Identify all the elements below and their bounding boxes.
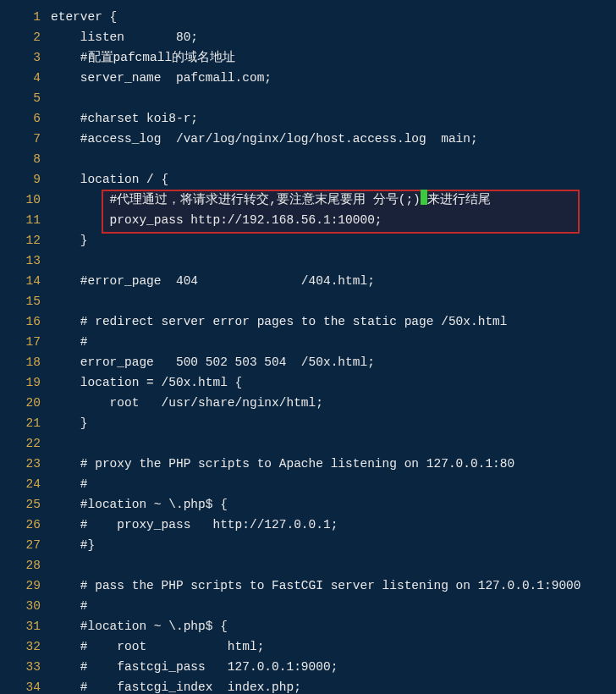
code-text: # proxy_pass http://127.0.0.1; <box>51 515 338 535</box>
line-number: 33 <box>0 657 51 677</box>
code-text: listen 80; <box>51 27 198 47</box>
line-number: 10 <box>0 190 51 210</box>
code-line[interactable]: 28 <box>0 555 616 576</box>
code-line[interactable]: 22 <box>0 433 616 454</box>
line-number: 29 <box>0 576 51 596</box>
code-text: #配置pafcmall的域名地址 <box>51 47 235 68</box>
line-number: 15 <box>0 291 51 311</box>
code-line[interactable]: 10 #代理通过，将请求进行转交,要注意末尾要用 分号(;)来进行结尾 <box>0 190 616 210</box>
code-line[interactable]: 23 # proxy the PHP scripts to Apache lis… <box>0 454 616 474</box>
line-number: 30 <box>0 596 51 616</box>
code-line[interactable]: 3 #配置pafcmall的域名地址 <box>0 47 616 68</box>
code-line[interactable]: 5 <box>0 88 616 108</box>
code-line[interactable]: 7 #access_log /var/log/nginx/log/host.ac… <box>0 129 616 149</box>
code-text: # proxy the PHP scripts to Apache listen… <box>51 454 514 474</box>
code-text: # redirect server error pages to the sta… <box>51 311 508 332</box>
code-text: } <box>51 230 88 251</box>
code-line[interactable]: 18 error_page 500 502 503 504 /50x.html; <box>0 352 616 372</box>
code-text: # <box>51 474 88 494</box>
code-text: # fastcgi_index index.php; <box>51 677 301 694</box>
code-line[interactable]: 15 <box>0 291 616 311</box>
code-line[interactable]: 33 # fastcgi_pass 127.0.0.1:9000; <box>0 657 616 677</box>
line-number: 3 <box>0 47 51 68</box>
line-number: 23 <box>0 454 51 474</box>
code-line[interactable]: 20 root /usr/share/nginx/html; <box>0 393 616 413</box>
code-line[interactable]: 12 } <box>0 230 616 251</box>
line-number: 7 <box>0 129 51 149</box>
code-line[interactable]: 1eterver { <box>0 7 616 27</box>
line-number: 6 <box>0 108 51 129</box>
code-line[interactable]: 21 } <box>0 413 616 433</box>
code-text: } <box>51 413 88 433</box>
line-number: 13 <box>0 251 51 271</box>
code-text: proxy_pass http://192.168.56.1:10000; <box>51 210 382 230</box>
code-text: eterver { <box>51 7 117 27</box>
code-line[interactable]: 13 <box>0 251 616 271</box>
code-line[interactable]: 19 location = /50x.html { <box>0 372 616 393</box>
line-number: 25 <box>0 494 51 515</box>
code-text: #} <box>51 535 95 555</box>
code-text: #代理通过，将请求进行转交,要注意末尾要用 分号(;)来进行结尾 <box>51 190 491 210</box>
line-number: 17 <box>0 332 51 352</box>
code-text: #access_log /var/log/nginx/log/host.acce… <box>51 129 478 149</box>
line-number: 5 <box>0 88 51 108</box>
code-line[interactable]: 29 # pass the PHP scripts to FastCGI ser… <box>0 576 616 596</box>
line-number: 18 <box>0 352 51 372</box>
line-number: 4 <box>0 68 51 88</box>
code-text: error_page 500 502 503 504 /50x.html; <box>51 352 375 372</box>
line-number: 24 <box>0 474 51 494</box>
line-number: 27 <box>0 535 51 555</box>
line-number: 31 <box>0 616 51 636</box>
code-text: root /usr/share/nginx/html; <box>51 393 323 413</box>
code-line[interactable]: 2 listen 80; <box>0 27 616 47</box>
code-text: # pass the PHP scripts to FastCGI server… <box>51 576 581 596</box>
line-number: 19 <box>0 372 51 393</box>
code-line[interactable]: 16 # redirect server error pages to the … <box>0 311 616 332</box>
text-cursor <box>421 190 427 205</box>
line-number: 28 <box>0 555 51 576</box>
code-line[interactable]: 24 # <box>0 474 616 494</box>
code-line[interactable]: 30 # <box>0 596 616 616</box>
line-number: 34 <box>0 677 51 694</box>
code-line[interactable]: 25 #location ~ \.php$ { <box>0 494 616 515</box>
code-line[interactable]: 27 #} <box>0 535 616 555</box>
line-number: 26 <box>0 515 51 535</box>
code-line[interactable]: 31 #location ~ \.php$ { <box>0 616 616 636</box>
line-number: 32 <box>0 636 51 657</box>
code-line[interactable]: 8 <box>0 149 616 169</box>
code-editor[interactable]: 1eterver {2 listen 80;3 #配置pafcmall的域名地址… <box>0 7 616 694</box>
code-text: server_name pafcmall.com; <box>51 68 272 88</box>
code-text: # <box>51 596 88 616</box>
line-number: 21 <box>0 413 51 433</box>
line-number: 20 <box>0 393 51 413</box>
code-text: location = /50x.html { <box>51 372 242 393</box>
code-text: # fastcgi_pass 127.0.0.1:9000; <box>51 657 338 677</box>
code-text: #location ~ \.php$ { <box>51 494 228 515</box>
line-number: 14 <box>0 271 51 291</box>
code-line[interactable]: 11 proxy_pass http://192.168.56.1:10000; <box>0 210 616 230</box>
code-line[interactable]: 4 server_name pafcmall.com; <box>0 68 616 88</box>
code-text: #error_page 404 /404.html; <box>51 271 375 291</box>
code-line[interactable]: 32 # root html; <box>0 636 616 657</box>
line-number: 16 <box>0 311 51 332</box>
code-text: # <box>51 332 88 352</box>
code-text: #location ~ \.php$ { <box>51 616 228 636</box>
code-line[interactable]: 9 location / { <box>0 169 616 190</box>
line-number: 2 <box>0 27 51 47</box>
line-number: 22 <box>0 433 51 454</box>
line-number: 11 <box>0 210 51 230</box>
code-text: # root html; <box>51 636 264 657</box>
line-number: 9 <box>0 169 51 190</box>
line-number: 1 <box>0 7 51 27</box>
code-line[interactable]: 6 #charset koi8-r; <box>0 108 616 129</box>
code-line[interactable]: 26 # proxy_pass http://127.0.0.1; <box>0 515 616 535</box>
line-number: 8 <box>0 149 51 169</box>
code-line[interactable]: 17 # <box>0 332 616 352</box>
code-line[interactable]: 14 #error_page 404 /404.html; <box>0 271 616 291</box>
code-text: #charset koi8-r; <box>51 108 198 129</box>
line-number: 12 <box>0 230 51 251</box>
code-line[interactable]: 34 # fastcgi_index index.php; <box>0 677 616 694</box>
code-text: location / { <box>51 169 168 190</box>
